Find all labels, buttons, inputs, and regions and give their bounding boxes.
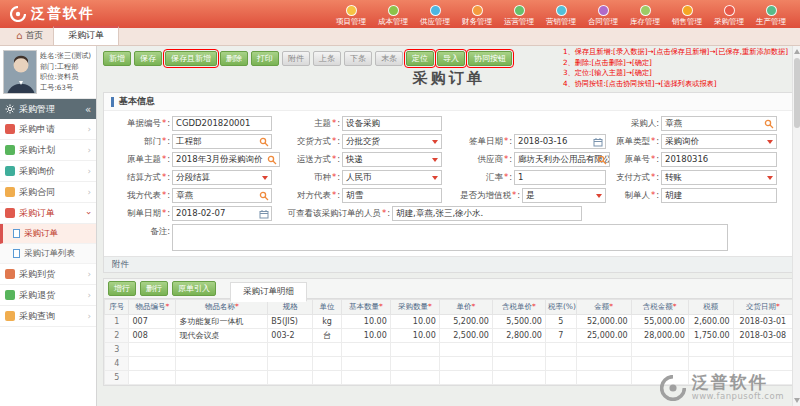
toolbar-button[interactable]: 导入	[437, 51, 465, 66]
cell[interactable]	[631, 343, 688, 357]
vertical-scrollbar[interactable]	[792, 46, 800, 406]
cell[interactable]: 10.00	[390, 315, 439, 329]
column-header[interactable]: 采购数量*	[390, 300, 439, 315]
sidebar-item[interactable]: 采购退货›	[0, 285, 96, 306]
field-input[interactable]: 2018-02-07	[172, 206, 272, 221]
field-input[interactable]: 胡建,章燕,张三,徐小水.	[392, 206, 582, 221]
column-header[interactable]: 单位	[313, 300, 342, 315]
column-header[interactable]: 税率(%)*	[545, 300, 576, 315]
column-header[interactable]: 含税金额*	[631, 300, 688, 315]
cell[interactable]: kg	[313, 315, 342, 329]
field-input[interactable]: CGDD201820001	[172, 116, 272, 131]
table-row[interactable]: 4	[105, 357, 793, 371]
scroll-down-icon[interactable]	[794, 398, 800, 403]
module-item[interactable]: 运营管理	[498, 3, 540, 26]
column-header[interactable]: 交货日期*	[733, 300, 792, 315]
detail-button[interactable]: 增行	[108, 281, 136, 296]
sidebar-item[interactable]: 采购合同›	[0, 182, 96, 203]
toolbar-button[interactable]: 协同按钮	[468, 51, 512, 66]
cell[interactable]	[733, 357, 792, 371]
column-header[interactable]: 规格	[268, 300, 313, 315]
cell[interactable]: 008	[129, 329, 176, 343]
cell[interactable]	[576, 357, 631, 371]
cell[interactable]	[129, 371, 176, 385]
cell[interactable]: 28,000.00	[631, 329, 688, 343]
search-icon[interactable]	[259, 191, 269, 201]
cell[interactable]	[176, 371, 268, 385]
cell[interactable]: 55,000.00	[631, 315, 688, 329]
field-input[interactable]: 章燕	[172, 188, 272, 203]
cell[interactable]	[545, 371, 576, 385]
cell[interactable]: 5,500.00	[492, 315, 545, 329]
attachments-bar[interactable]: 附件	[104, 256, 793, 272]
sidebar-subitem[interactable]: 采购订单	[0, 224, 96, 244]
cell[interactable]: B5(JIS)	[268, 315, 313, 329]
detail-button[interactable]: 删行	[140, 281, 168, 296]
tab-home[interactable]: ⌂ 首页	[6, 27, 53, 45]
chevron-down-icon[interactable]	[767, 140, 773, 144]
module-item[interactable]: 财务管理	[456, 3, 498, 26]
cell[interactable]: 25,000.00	[576, 329, 631, 343]
module-item[interactable]: 营销管理	[540, 3, 582, 26]
chevron-down-icon[interactable]	[432, 140, 438, 144]
cell[interactable]	[631, 357, 688, 371]
module-item[interactable]: 库存管理	[624, 3, 666, 26]
cell[interactable]	[313, 343, 342, 357]
cell[interactable]	[268, 343, 313, 357]
field-input[interactable]: 20180316	[661, 152, 777, 167]
cell[interactable]	[129, 357, 176, 371]
cell[interactable]: 1,750.00	[688, 329, 733, 343]
cell[interactable]	[545, 357, 576, 371]
cell[interactable]: 现代会议桌	[176, 329, 268, 343]
calendar-icon[interactable]	[593, 137, 603, 147]
field-input[interactable]: 1	[514, 170, 606, 185]
cell[interactable]: 2,500.00	[439, 329, 492, 343]
cell[interactable]	[313, 371, 342, 385]
search-icon[interactable]	[764, 119, 774, 129]
cell[interactable]	[439, 343, 492, 357]
field-input[interactable]: 是	[522, 188, 606, 203]
field-input[interactable]	[172, 224, 728, 251]
detail-button[interactable]: 原单引入	[172, 281, 216, 296]
module-item[interactable]: 合同管理	[582, 3, 624, 26]
sidebar-subitem[interactable]: 采购订单列表	[0, 244, 96, 264]
cell[interactable]: 2,600.00	[688, 315, 733, 329]
tab-detail-grid[interactable]: 采购订单明细	[230, 282, 307, 302]
toolbar-button[interactable]: 附件	[282, 51, 310, 66]
sidebar-section-header[interactable]: 采购管理 «	[0, 99, 96, 119]
toolbar-button[interactable]: 定位	[406, 51, 434, 66]
cell[interactable]: 5,200.00	[439, 315, 492, 329]
toolbar-button[interactable]: 保存	[134, 51, 162, 66]
toolbar-button[interactable]: 打印	[251, 51, 279, 66]
sidebar-item[interactable]: 采购查询›	[0, 306, 96, 327]
column-header[interactable]: 税额	[688, 300, 733, 315]
cell[interactable]	[268, 357, 313, 371]
field-input[interactable]: 设备采购	[342, 116, 442, 131]
field-input[interactable]: 章燕	[661, 116, 777, 131]
cell[interactable]	[341, 357, 390, 371]
cell[interactable]	[492, 357, 545, 371]
cell[interactable]	[492, 343, 545, 357]
cell[interactable]	[390, 343, 439, 357]
cell[interactable]: 10.00	[390, 329, 439, 343]
cell[interactable]	[176, 343, 268, 357]
column-header[interactable]: 单价*	[439, 300, 492, 315]
search-icon[interactable]	[597, 155, 607, 165]
cell[interactable]: 7	[545, 329, 576, 343]
chevron-down-icon[interactable]	[432, 158, 438, 162]
sidebar-item[interactable]: 采购到货›	[0, 264, 96, 285]
cell[interactable]	[688, 343, 733, 357]
column-header[interactable]: 物品编号*	[129, 300, 176, 315]
cell[interactable]	[341, 343, 390, 357]
cell[interactable]	[439, 371, 492, 385]
tab-purchase-order[interactable]: 采购订单	[53, 26, 119, 45]
sidebar-item[interactable]: 采购申请›	[0, 119, 96, 140]
cell[interactable]	[545, 343, 576, 357]
sidebar-item[interactable]: 采购计划›	[0, 140, 96, 161]
cell[interactable]	[733, 343, 792, 357]
cell[interactable]	[268, 371, 313, 385]
cell[interactable]	[313, 357, 342, 371]
chevron-down-icon[interactable]	[432, 176, 438, 180]
search-icon[interactable]	[267, 155, 277, 165]
scrollbar-thumb[interactable]	[794, 58, 800, 128]
